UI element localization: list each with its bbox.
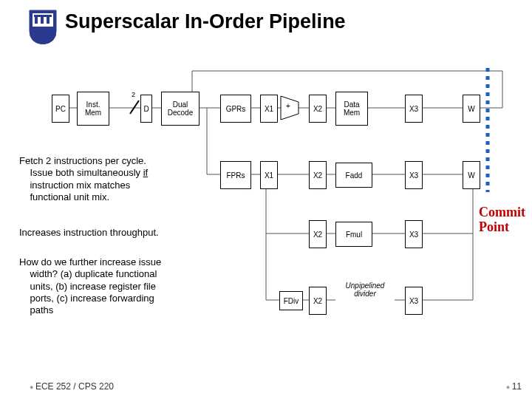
commit-point-label: Commit Point (479, 205, 525, 235)
stage-unpipelined-divider: Unpipelined divider (335, 276, 395, 303)
stage-x2-int: X2 (309, 95, 327, 123)
stage-x3-fmul: X3 (405, 220, 423, 248)
stage-gprs: GPRs (220, 95, 251, 123)
stage-pc: PC (52, 95, 69, 123)
stage-fdiv: FDiv (279, 291, 303, 310)
stage-x2-div: X2 (309, 287, 327, 315)
stage-imem: Inst. Mem (77, 92, 109, 126)
stage-fprs: FPRs (220, 161, 251, 189)
stage-x2-fmul: X2 (309, 220, 327, 248)
bus-width-label: 2 (132, 91, 135, 98)
slide-number: 11 (506, 381, 522, 392)
stage-d: D (140, 95, 152, 123)
stage-fadd: Fadd (335, 163, 372, 188)
stage-w-int: W (463, 95, 480, 123)
stage-x3-div: X3 (405, 287, 423, 315)
stage-decode: Dual Decode (161, 92, 200, 126)
svg-line-12 (130, 100, 139, 114)
footer-course: ECE 252 / CPS 220 (30, 381, 114, 392)
stage-x3-int: X3 (405, 95, 423, 123)
stage-fmul: Fmul (335, 222, 372, 247)
stage-x1-int: X1 (260, 95, 278, 123)
body-paragraph-3: How do we further increase issue width? … (19, 256, 161, 316)
stage-w-fp: W (463, 161, 480, 189)
body-paragraph-2: Increases instruction throughput. (19, 227, 159, 239)
stage-x3-fadd: X3 (405, 161, 423, 189)
stage-x1-fp: X1 (260, 161, 278, 189)
alu-plus: + (286, 102, 290, 110)
stage-x2-fadd: X2 (309, 161, 327, 189)
stage-dmem: Data Mem (335, 92, 368, 126)
body-paragraph-1: Fetch 2 instructions per cycle. Issue bo… (19, 155, 148, 203)
